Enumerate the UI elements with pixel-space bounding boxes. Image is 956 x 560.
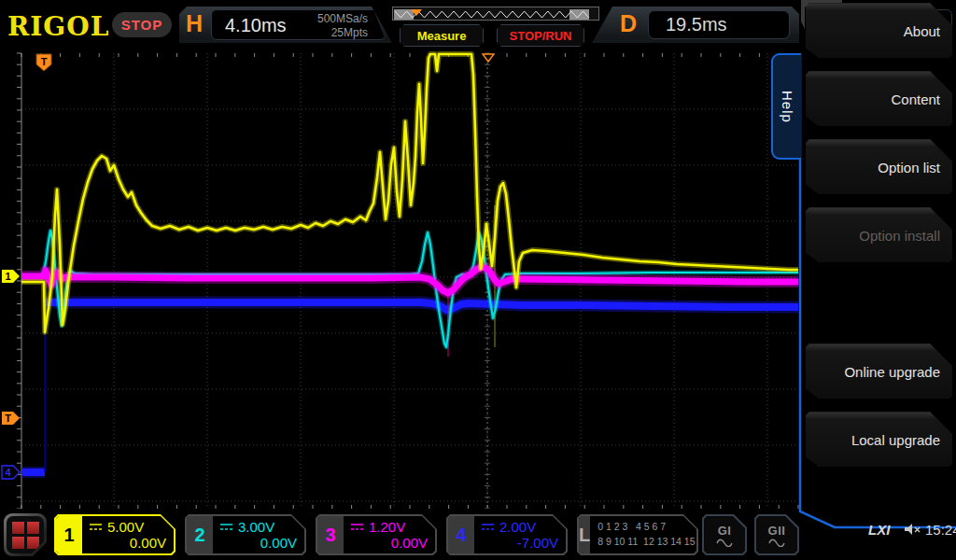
channel-4-number: 4 xyxy=(448,516,474,553)
channel-3-scale: 1.20V xyxy=(369,519,405,535)
channel-4-offset: -7.00V xyxy=(481,535,558,551)
sine-wave-icon xyxy=(768,539,785,547)
system-time: 15:24 xyxy=(925,522,956,538)
waveform-preview-bar[interactable] xyxy=(392,7,599,21)
channel-1-offset: 0.00V xyxy=(89,535,166,551)
generator-1-label: GI xyxy=(718,524,732,538)
menu-item-label: Option list xyxy=(878,160,940,175)
sine-wave-icon xyxy=(716,539,733,547)
dc-coupling-icon xyxy=(89,523,103,531)
channel-4-button[interactable]: 4 2.00V -7.00V xyxy=(446,514,568,555)
channel-2-number: 2 xyxy=(187,516,213,553)
dc-coupling-icon xyxy=(350,523,364,531)
waveform-display[interactable]: T1T4 xyxy=(0,51,801,509)
help-tab-label: Help xyxy=(780,91,795,123)
memory-depth: 25Mpts xyxy=(317,26,368,40)
scope-canvas: T1T4 xyxy=(0,51,801,509)
menu-item-label: Option install xyxy=(859,228,940,244)
menu-item-content[interactable]: Content xyxy=(805,71,953,127)
horizontal-h-label: H xyxy=(186,10,203,37)
run-state-label: STOP xyxy=(121,17,163,33)
quick-menu-button[interactable] xyxy=(4,513,47,556)
stop-run-button[interactable]: STOP/RUN xyxy=(497,24,584,47)
channel-3-number: 3 xyxy=(317,516,344,553)
help-menu-tab[interactable]: Help xyxy=(771,53,801,160)
preview-zigzag xyxy=(393,8,598,21)
delay-panel: D 19.5ms xyxy=(592,7,799,43)
timebase-box[interactable]: 4.10ms 500MSa/s 25Mpts xyxy=(211,9,386,40)
channel-2-button[interactable]: 2 3.00V 0.00V xyxy=(185,514,306,555)
logic-row-8-15: 8 9 10 11 12 13 14 15 xyxy=(598,535,695,550)
channel-1-scale: 5.00V xyxy=(107,519,144,535)
measure-button[interactable]: Measure xyxy=(400,24,484,47)
channel-3-offset: 0.00V xyxy=(350,535,428,551)
dc-coupling-icon xyxy=(219,523,233,531)
menu-item-local-upgrade[interactable]: Local upgrade xyxy=(805,412,953,468)
delay-box[interactable]: 19.5ms xyxy=(648,10,790,39)
menu-panel xyxy=(799,51,956,560)
generator-2-button[interactable]: GII xyxy=(754,514,799,555)
channel-4-scale: 2.00V xyxy=(499,519,536,535)
rigol-logo: RIGOL xyxy=(7,11,109,42)
logic-row-0-7: 0 1 2 3 4 5 6 7 xyxy=(598,520,695,535)
run-state-badge: STOP xyxy=(112,12,172,37)
sound-muted-icon xyxy=(902,520,922,539)
generator-2-label: GII xyxy=(768,524,786,538)
menu-item-label: About xyxy=(904,23,940,39)
quick-menu-icon xyxy=(7,516,44,553)
svg-text:1: 1 xyxy=(5,271,10,282)
menu-item-about[interactable]: About xyxy=(805,3,953,59)
delay-d-label: D xyxy=(620,10,637,37)
delay-value: 19.5ms xyxy=(666,14,727,35)
channel-status-bar: 1 5.00V 0.00V 2 xyxy=(0,509,956,560)
menu-item-option-install[interactable]: Option install xyxy=(805,207,953,263)
menu-item-label: Online upgrade xyxy=(844,364,940,380)
sample-rate: 500MSa/s xyxy=(317,12,368,26)
svg-text:T: T xyxy=(5,413,11,424)
svg-text:4: 4 xyxy=(5,467,11,478)
logic-channels-button[interactable]: L 0 1 2 3 4 5 6 7 8 9 10 11 12 13 14 15 xyxy=(577,514,698,555)
menu-item-online-upgrade[interactable]: Online upgrade xyxy=(805,343,953,399)
oscilloscope-screen: RIGOL STOP H 4.10ms 500MSa/s 25Mpts Meas… xyxy=(0,0,956,560)
svg-text:T: T xyxy=(41,56,48,67)
menu-item-option-list[interactable]: Option list xyxy=(805,139,953,195)
channel-2-offset: 0.00V xyxy=(219,535,297,551)
logic-label: L xyxy=(579,516,590,553)
channel-2-scale: 3.00V xyxy=(238,519,274,535)
generator-1-button[interactable]: GI xyxy=(702,514,747,555)
horizontal-panel: H 4.10ms 500MSa/s 25Mpts xyxy=(179,7,392,43)
channel-1-button[interactable]: 1 5.00V 0.00V xyxy=(54,514,176,555)
dc-coupling-icon xyxy=(481,523,495,531)
timebase-value: 4.10ms xyxy=(225,15,287,36)
stop-run-label: STOP/RUN xyxy=(510,29,572,43)
lxi-status: LXI xyxy=(868,522,890,538)
measure-label: Measure xyxy=(417,29,467,43)
menu-item-label: Content xyxy=(891,91,940,107)
menu-item-label: Local upgrade xyxy=(851,432,940,448)
channel-3-button[interactable]: 3 1.20V 0.00V xyxy=(316,514,437,555)
channel-1-number: 1 xyxy=(56,516,82,553)
